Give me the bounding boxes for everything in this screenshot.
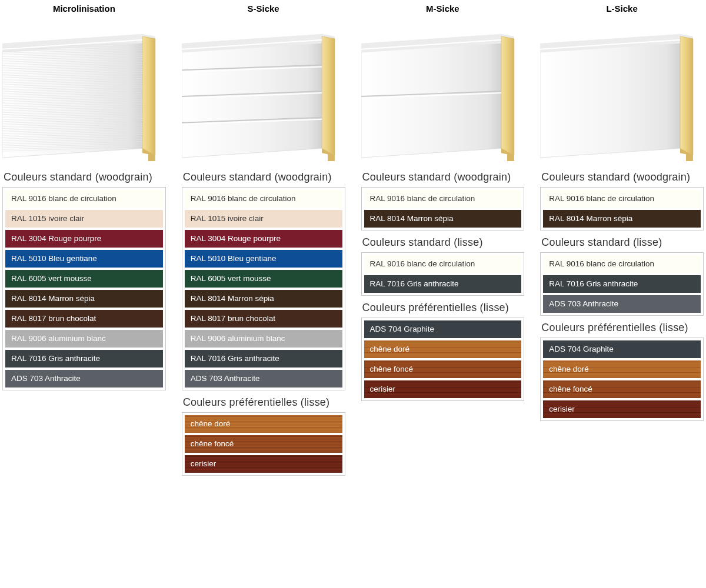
swatch-label: chêne foncé: [191, 439, 234, 448]
color-swatch: chêne foncé: [185, 435, 342, 453]
column-title: Microlinisation: [2, 4, 166, 14]
swatch-label: RAL 8017 brun chocolat: [11, 314, 96, 323]
swatch-list: chêne doréchêne foncécerisier: [182, 412, 345, 476]
swatch-label: ADS 703 Anthracite: [11, 374, 81, 383]
swatch-label: cerisier: [549, 405, 575, 413]
swatch-label: RAL 1015 ivoire clair: [11, 214, 84, 223]
panel-illustration: [182, 29, 345, 164]
color-swatch: RAL 7016 Gris anthracite: [185, 350, 342, 368]
section-heading: Couleurs standard (woodgrain): [362, 171, 525, 183]
color-swatch: RAL 7016 Gris anthracite: [364, 275, 522, 293]
color-swatch: chêne doré: [185, 415, 342, 433]
swatch-label: RAL 9016 blanc de circulation: [11, 194, 116, 203]
swatch-label: RAL 3004 Rouge pourpre: [11, 234, 101, 243]
color-swatch: ADS 703 Anthracite: [543, 295, 701, 313]
swatch-label: RAL 8017 brun chocolat: [191, 314, 275, 323]
swatch-label: RAL 7016 Gris anthracite: [370, 279, 459, 288]
color-swatch: RAL 7016 Gris anthracite: [5, 350, 163, 368]
swatch-list: RAL 9016 blanc de circulationRAL 1015 iv…: [182, 187, 345, 390]
swatch-list: ADS 704 Graphitechêne doréchêne foncécer…: [361, 318, 525, 401]
swatch-label: ADS 703 Anthracite: [191, 374, 260, 383]
panel-column: S-Sicke Couleurs standard (woodgrain)RAL…: [182, 4, 345, 482]
panel-column: L-Sicke Couleurs standard (woodgrain)RAL…: [540, 4, 704, 482]
swatch-label: RAL 3004 Rouge pourpre: [191, 234, 281, 243]
swatch-label: RAL 9016 blanc de circulation: [549, 259, 654, 268]
panel-column: Microlinisation Couleurs standard (woodg…: [2, 4, 166, 482]
panel-column: M-Sicke Couleurs standard (woodgrain)RAL…: [361, 4, 525, 482]
color-swatch: RAL 6005 vert mousse: [185, 270, 342, 288]
color-swatch: RAL 8017 brun chocolat: [5, 310, 163, 328]
swatch-list: ADS 704 Graphitechêne doréchêne foncécer…: [540, 338, 704, 421]
color-swatch: cerisier: [543, 400, 701, 418]
swatch-label: RAL 6005 vert mousse: [11, 274, 92, 283]
column-title: M-Sicke: [361, 4, 525, 14]
color-swatch: RAL 9006 aluminium blanc: [185, 330, 342, 348]
color-swatch: RAL 1015 ivoire clair: [5, 210, 163, 228]
color-swatch: RAL 8014 Marron sépia: [185, 290, 342, 308]
color-swatch: RAL 3004 Rouge pourpre: [5, 230, 163, 248]
swatch-label: RAL 7016 Gris anthracite: [549, 279, 638, 288]
color-swatch: RAL 9016 blanc de circulation: [543, 255, 701, 273]
section-heading: Couleurs préférentielles (lisse): [541, 322, 704, 334]
color-swatch: ADS 704 Graphite: [543, 340, 701, 358]
swatch-label: ADS 704 Graphite: [370, 325, 435, 333]
swatch-label: RAL 9016 blanc de circulation: [370, 259, 475, 268]
color-swatch: RAL 1015 ivoire clair: [185, 210, 342, 228]
section-heading: Couleurs standard (woodgrain): [4, 171, 166, 183]
swatch-label: RAL 9016 blanc de circulation: [191, 194, 296, 203]
swatch-label: chêne foncé: [370, 365, 414, 373]
color-swatch: RAL 6005 vert mousse: [5, 270, 163, 288]
color-swatch: RAL 8014 Marron sépia: [543, 210, 701, 228]
panel-illustration: [361, 29, 525, 164]
swatch-list: RAL 9016 blanc de circulationRAL 8014 Ma…: [540, 187, 704, 230]
svg-marker-78: [501, 36, 514, 155]
swatch-label: RAL 8014 Marron sépia: [191, 294, 274, 303]
swatch-label: RAL 6005 vert mousse: [191, 274, 271, 283]
color-swatch: RAL 9016 blanc de circulation: [543, 190, 701, 208]
color-swatch: RAL 9016 blanc de circulation: [185, 190, 342, 208]
swatch-label: RAL 7016 Gris anthracite: [191, 354, 279, 363]
swatch-label: chêne doré: [191, 419, 231, 428]
svg-marker-2: [142, 36, 155, 155]
swatch-label: RAL 9016 blanc de circulation: [549, 194, 654, 203]
color-swatch: RAL 8014 Marron sépia: [5, 290, 163, 308]
svg-marker-67: [322, 36, 335, 155]
color-swatch: RAL 8014 Marron sépia: [364, 210, 522, 228]
color-swatch: RAL 5010 Bleu gentiane: [185, 250, 342, 268]
swatch-label: chêne doré: [549, 365, 589, 373]
color-swatch: RAL 8017 brun chocolat: [185, 310, 342, 328]
swatch-label: RAL 8014 Marron sépia: [549, 214, 632, 223]
color-swatch: RAL 3004 Rouge pourpre: [185, 230, 342, 248]
panel-illustration: [540, 29, 704, 164]
color-swatch: RAL 9016 blanc de circulation: [364, 190, 522, 208]
swatch-label: cerisier: [191, 459, 217, 468]
color-swatch: RAL 9016 blanc de circulation: [5, 190, 163, 208]
swatch-label: RAL 8014 Marron sépia: [370, 214, 454, 223]
swatch-list: RAL 9016 blanc de circulationRAL 8014 Ma…: [361, 187, 525, 230]
section-heading: Couleurs standard (lisse): [541, 236, 704, 249]
section-heading: Couleurs standard (woodgrain): [183, 171, 345, 183]
swatch-list: RAL 9016 blanc de circulationRAL 1015 iv…: [2, 187, 166, 390]
color-swatch: RAL 9006 aluminium blanc: [5, 330, 163, 348]
swatch-list: RAL 9016 blanc de circulationRAL 7016 Gr…: [361, 252, 525, 296]
swatch-label: RAL 8014 Marron sépia: [11, 294, 95, 303]
swatch-label: RAL 1015 ivoire clair: [191, 214, 264, 223]
swatch-label: chêne foncé: [549, 385, 592, 393]
color-swatch: chêne foncé: [543, 380, 701, 398]
swatch-label: cerisier: [370, 385, 396, 393]
panel-illustration: [2, 29, 166, 164]
color-swatch: chêne doré: [543, 360, 701, 378]
swatch-label: RAL 5010 Bleu gentiane: [11, 254, 97, 263]
color-swatch: ADS 703 Anthracite: [185, 370, 342, 387]
swatch-label: ADS 703 Anthracite: [549, 299, 618, 308]
color-swatch: ADS 703 Anthracite: [5, 370, 163, 387]
color-swatch: RAL 9016 blanc de circulation: [364, 255, 522, 273]
column-title: S-Sicke: [182, 4, 345, 14]
color-swatch: RAL 5010 Bleu gentiane: [5, 250, 163, 268]
section-heading: Couleurs standard (lisse): [362, 236, 525, 249]
swatch-label: RAL 7016 Gris anthracite: [11, 354, 100, 363]
section-heading: Couleurs préférentielles (lisse): [183, 396, 345, 409]
swatch-label: RAL 9006 aluminium blanc: [11, 334, 106, 343]
section-heading: Couleurs standard (woodgrain): [541, 171, 704, 183]
color-swatch: chêne foncé: [364, 360, 522, 378]
